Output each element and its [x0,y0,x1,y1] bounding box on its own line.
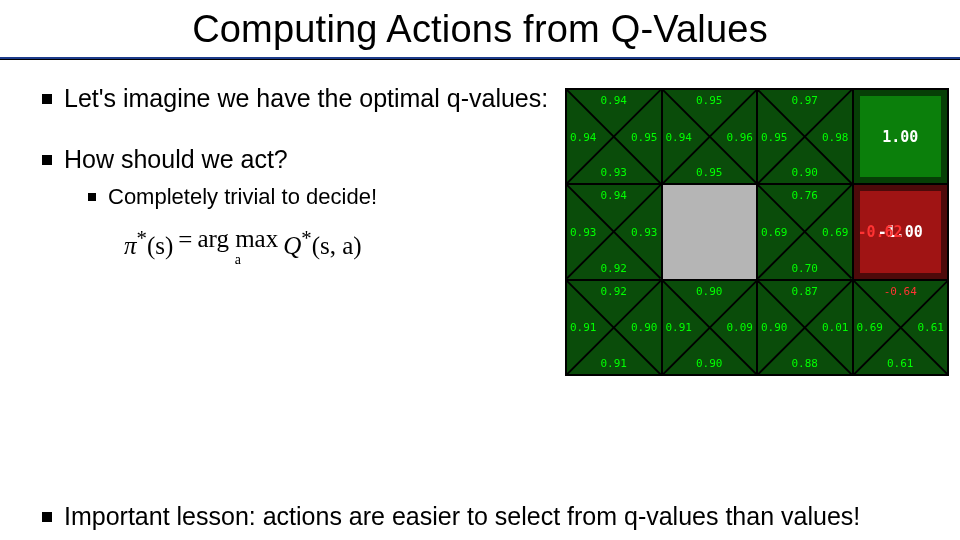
grid-cell: -1.00-0.62 [854,185,948,278]
q-value-grid: 0.940.950.930.94 0.950.960.950.94 0.970.… [565,88,949,376]
formula-eq: = [178,226,192,254]
bullet-2-text: How should we act? [64,145,288,173]
grid-cell: 0.760.690.700.69 [758,185,852,278]
formula-pi: π*(s) [124,226,173,260]
grid-cell: 0.970.980.900.95 [758,90,852,183]
slide-title-area: Computing Actions from Q-Values [0,0,960,57]
bullet-lesson: Important lesson: actions are easier to … [42,502,860,531]
formula-Q: Q*(s, a) [283,226,361,260]
sub-bullet-1-text: Completely trivial to decide! [108,184,377,209]
grid-cell: 1.00 [854,90,948,183]
grid-cell [663,185,757,278]
slide-title: Computing Actions from Q-Values [0,8,960,51]
grid-cell: 0.870.010.880.90 [758,281,852,374]
grid-cell: 0.900.090.900.91 [663,281,757,374]
grid-cell: 0.940.950.930.94 [567,90,661,183]
bullet-lesson-text: Important lesson: actions are easier to … [64,502,860,530]
formula-argmax: arg max a [197,226,278,267]
grid-cell: 0.950.960.950.94 [663,90,757,183]
title-underline [0,57,960,60]
bullet-1-text: Let's imagine we have the optimal q-valu… [64,84,548,112]
grid-cell: 0.920.900.910.91 [567,281,661,374]
grid-cell: 0.940.930.920.93 [567,185,661,278]
grid-cell: -0.640.610.610.69 [854,281,948,374]
